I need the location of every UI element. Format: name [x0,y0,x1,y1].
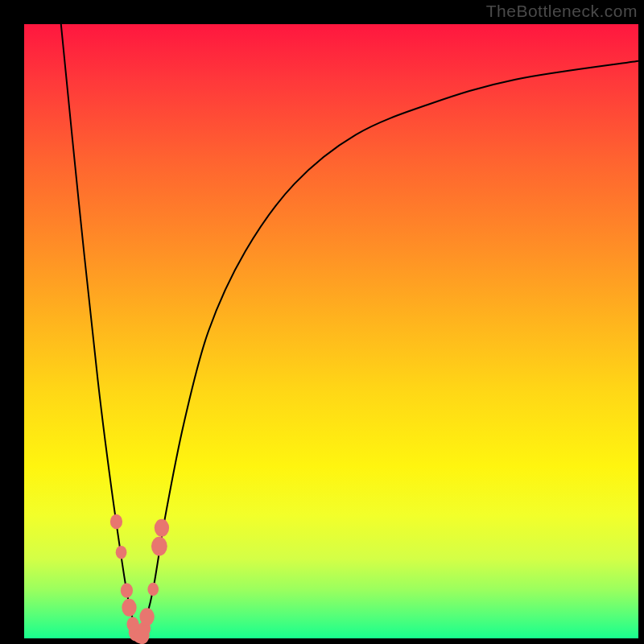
chart-svg [24,24,638,638]
data-marker [121,583,133,597]
watermark-text: TheBottleneck.com [486,2,638,21]
plot-area [24,24,638,638]
data-marker [139,608,154,625]
curve-right [139,61,638,638]
data-marker [155,519,169,537]
data-marker [110,514,122,529]
data-marker [151,537,167,556]
curve-left [61,24,139,638]
data-marker [122,599,136,617]
data-markers [110,514,169,644]
data-marker [147,583,159,596]
data-marker [116,546,127,559]
chart-frame: TheBottleneck.com [0,0,644,644]
